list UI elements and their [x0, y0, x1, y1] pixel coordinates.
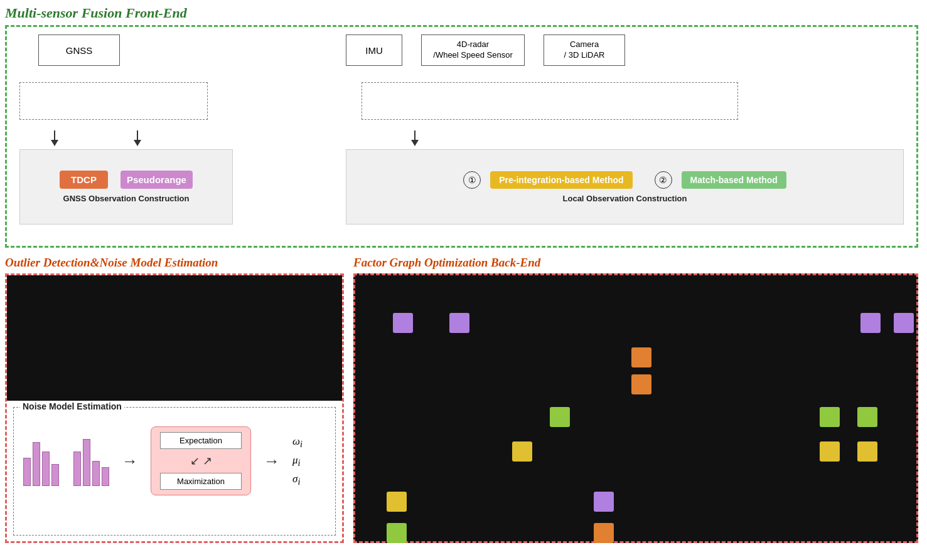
gnss-inner-box: [19, 82, 208, 120]
gnss-obs-label: GNSS Observation Construction: [63, 194, 190, 203]
sq-yellow-3: [387, 492, 407, 512]
bar-1a: [23, 458, 31, 486]
sq-purple-4: [860, 313, 881, 333]
sq-yellow-1: [512, 441, 532, 462]
bar-2b: [83, 439, 90, 486]
gnss-obs-inner: TDCP Pseudorange: [60, 171, 193, 189]
outlier-border: Noise Model Estimation: [5, 273, 344, 543]
output-omega: ωi: [292, 433, 303, 452]
bar-2d: [102, 467, 109, 486]
bottom-row: Outlier Detection&Noise Model Estimation…: [5, 256, 918, 554]
pre-integ-badge: Pre-integration-based Method: [490, 171, 632, 189]
inner-dashed-row: [7, 77, 916, 127]
circle-2: ②: [655, 171, 672, 189]
outlier-title: Outlier Detection&Noise Model Estimation: [5, 256, 344, 270]
match-badge: Match-based Method: [682, 171, 786, 189]
local-obs-inner: ① Pre-integration-based Method ② Match-b…: [463, 171, 786, 189]
sq-green-1: [550, 407, 570, 427]
top-section-title: Multi-sensor Fusion Front-End: [5, 5, 918, 21]
bar-2a: [73, 452, 81, 486]
sq-green-2: [820, 407, 840, 427]
local-obs-label: Local Observation Construction: [563, 194, 687, 203]
local-arrow: [411, 130, 419, 146]
top-section: Multi-sensor Fusion Front-End GNSS IMU 4…: [5, 5, 918, 250]
arrow-row: [7, 127, 916, 149]
bar-group-1: [23, 436, 59, 486]
sq-yellow-2: [820, 441, 840, 462]
noise-content: → Expectation ↙ ↗ Maximization: [23, 426, 326, 495]
sq-purple-3: [594, 492, 614, 512]
pseudorange-badge: Pseudorange: [121, 171, 193, 189]
em-box: Expectation ↙ ↗ Maximization: [151, 426, 251, 495]
bar-1b: [33, 442, 40, 486]
output-mu: μi: [292, 452, 303, 470]
factor-title: Factor Graph Optimization Back-End: [353, 256, 918, 270]
sq-purple-5: [894, 313, 914, 333]
imu-sensor-box: IMU: [346, 34, 402, 66]
sensor-row: GNSS IMU 4D-radar/Wheel Speed Sensor Cam…: [7, 27, 916, 77]
top-border-box: GNSS IMU 4D-radar/Wheel Speed Sensor Cam…: [5, 25, 918, 248]
outlier-section: Outlier Detection&Noise Model Estimation…: [5, 256, 344, 554]
main-container: Multi-sensor Fusion Front-End GNSS IMU 4…: [0, 0, 927, 560]
noise-model-title: Noise Model Estimation: [20, 401, 124, 411]
factor-border: [353, 273, 918, 543]
local-obs-box: ① Pre-integration-based Method ② Match-b…: [346, 149, 904, 225]
arrow-right-1: →: [122, 452, 138, 471]
gnss-sensor-box: GNSS: [38, 34, 120, 66]
bar-2c: [92, 461, 100, 486]
bar-1d: [51, 464, 59, 486]
obs-row: TDCP Pseudorange GNSS Observation Constr…: [7, 149, 916, 225]
arrow-right-2: →: [264, 452, 280, 471]
output-symbols: ωi μi σi: [292, 433, 303, 489]
circle-1: ①: [463, 171, 481, 189]
gnss-arrow-left: [51, 130, 58, 146]
sq-green-3: [387, 523, 407, 543]
sq-yellow-4: [857, 441, 877, 462]
bar-group-2: [73, 436, 109, 486]
sq-purple-1: [393, 313, 413, 333]
bar-1c: [42, 452, 50, 486]
expectation-box: Expectation: [160, 432, 242, 449]
em-arrows: ↙ ↗: [190, 454, 212, 468]
camera-sensor-box: Camera/ 3D LiDAR: [544, 34, 625, 66]
outlier-top-area: [7, 275, 342, 401]
gnss-obs-box: TDCP Pseudorange GNSS Observation Constr…: [19, 149, 233, 225]
sq-purple-2: [449, 313, 469, 333]
radar-sensor-box: 4D-radar/Wheel Speed Sensor: [421, 34, 525, 66]
maximization-box: Maximization: [160, 473, 242, 490]
factor-section: Factor Graph Optimization Back-End: [353, 256, 918, 554]
gnss-arrow-right: [134, 130, 141, 146]
sq-orange-1: [631, 347, 651, 367]
sq-orange-3: [594, 523, 614, 543]
sq-orange-2: [631, 374, 651, 394]
output-sigma: σi: [292, 470, 303, 489]
sq-green-4: [857, 407, 877, 427]
noise-model-section: Noise Model Estimation: [13, 407, 336, 536]
tdcp-badge: TDCP: [60, 171, 108, 189]
imu-inner-box: [362, 82, 738, 120]
